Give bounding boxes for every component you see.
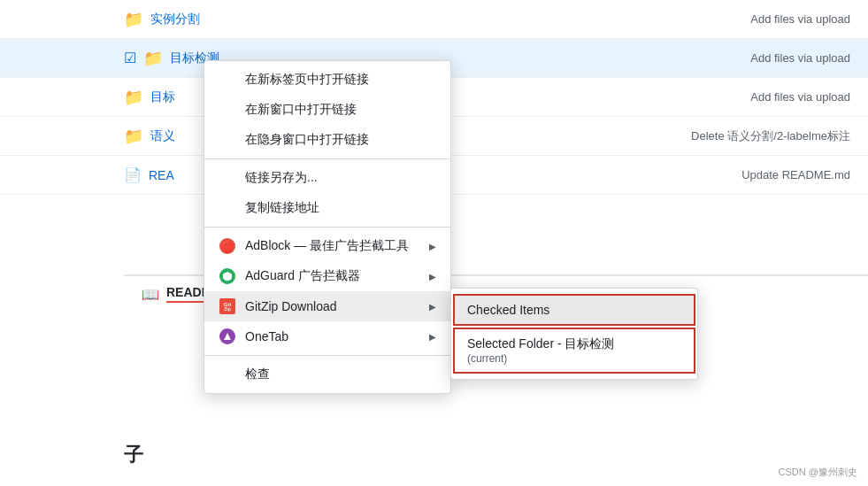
menu-icon-save [219, 169, 236, 187]
menu-label: 在新标签页中打开链接 [245, 72, 369, 88]
menu-label: 在新窗口中打开链接 [245, 102, 357, 118]
adblock-logo: 🛑 [219, 238, 235, 254]
menu-icon-open-tab [219, 71, 236, 89]
folder-icon: 📁 [124, 127, 143, 146]
commit-message: Add files via upload [750, 12, 850, 26]
menu-item-open-new-window[interactable]: 在新窗口中打开链接 [204, 95, 450, 125]
adblock-icon: 🛑 [219, 237, 236, 255]
menu-label: OneTab [245, 329, 288, 343]
menu-icon-inspect [219, 366, 236, 383]
checkbox-icon[interactable]: ☑ [124, 50, 136, 66]
checked-items-label: Checked Items [467, 303, 549, 317]
gitzip-logo: Git Zip [219, 298, 235, 314]
menu-item-open-incognito[interactable]: 在隐身窗口中打开链接 [204, 125, 450, 155]
menu-item-copy-link[interactable]: 复制链接地址 [204, 193, 450, 223]
menu-item-adblock[interactable]: 🛑 AdBlock — 最佳广告拦截工具 [204, 231, 450, 261]
menu-label: AdBlock — 最佳广告拦截工具 [245, 238, 409, 254]
menu-item-save-link[interactable]: 链接另存为... [204, 163, 450, 193]
commit-message: Add files via upload [750, 90, 850, 104]
commit-message: Delete 语义分割/2-labelme标注 [691, 128, 850, 144]
context-menu: 在新标签页中打开链接 在新窗口中打开链接 在隐身窗口中打开链接 链接另存为...… [204, 60, 451, 394]
onetab-logo [219, 328, 235, 344]
menu-item-inspect[interactable]: 检查 [204, 359, 450, 390]
menu-icon-open-window [219, 101, 236, 119]
svg-marker-0 [224, 333, 231, 340]
menu-item-gitzip[interactable]: Git Zip GitZip Download Checked Items Se… [204, 291, 450, 321]
file-name[interactable]: 实例分割 [150, 12, 327, 27]
onetab-icon [219, 328, 236, 345]
file-row[interactable]: 📁 实例分割 Add files via upload [0, 0, 868, 39]
menu-separator [204, 227, 450, 228]
selected-folder-label: Selected Folder - 目标检测 [467, 336, 615, 352]
menu-label: GitZip Download [245, 299, 337, 313]
folder-icon: 📁 [124, 88, 143, 107]
menu-item-open-new-tab[interactable]: 在新标签页中打开链接 [204, 65, 450, 95]
selected-folder-sublabel: (current) [467, 352, 615, 365]
adguard-logo [219, 268, 235, 284]
commit-message: Add files via upload [750, 51, 850, 65]
bottom-text: 子 [124, 442, 143, 468]
menu-icon-incognito [219, 131, 236, 149]
menu-label: AdGuard 广告拦截器 [245, 268, 360, 284]
file-icon: 📄 [124, 166, 142, 183]
book-icon: 📖 [142, 286, 159, 303]
menu-separator [204, 355, 450, 356]
watermark: CSDN @豫州刺史 [779, 466, 857, 479]
folder-icon: 📁 [124, 10, 143, 29]
menu-label: 复制链接地址 [245, 200, 319, 216]
menu-item-onetab[interactable]: OneTab [204, 321, 450, 351]
menu-label: 链接另存为... [245, 170, 318, 186]
folder-icon: 📁 [143, 49, 163, 68]
menu-icon-copy [219, 199, 236, 217]
adguard-icon [219, 267, 236, 285]
menu-label: 检查 [245, 366, 270, 382]
gitzip-icon: Git Zip [219, 297, 236, 315]
submenu-item-checked-items[interactable]: Checked Items [453, 294, 695, 326]
menu-separator [204, 158, 450, 159]
commit-message: Update README.md [741, 168, 850, 181]
submenu-item-selected-folder[interactable]: Selected Folder - 目标检测 (current) [453, 328, 695, 374]
menu-item-adguard[interactable]: AdGuard 广告拦截器 [204, 261, 450, 291]
menu-label: 在隐身窗口中打开链接 [245, 132, 369, 148]
gitzip-submenu: Checked Items Selected Folder - 目标检测 (cu… [450, 288, 698, 380]
